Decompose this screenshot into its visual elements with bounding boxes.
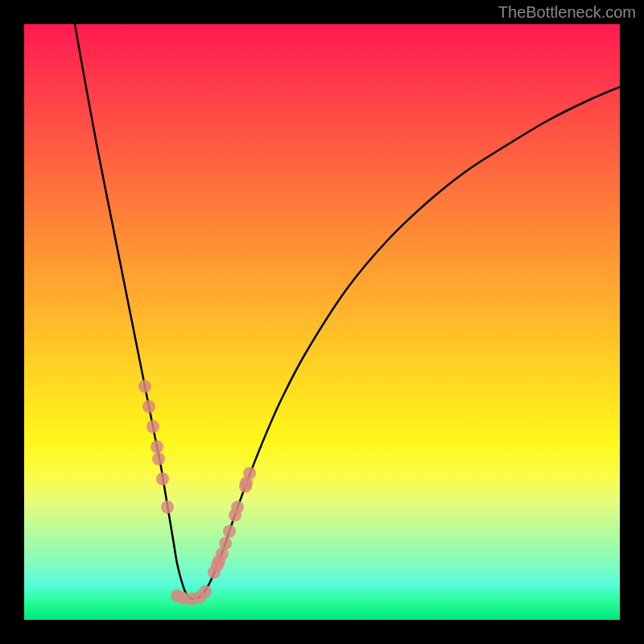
- bottleneck-curve: [75, 24, 620, 599]
- marker-point: [142, 400, 155, 413]
- marker-point: [151, 440, 163, 453]
- marker-point: [213, 555, 225, 568]
- marker-point: [208, 566, 221, 579]
- marker-point: [243, 467, 256, 480]
- bottleneck-curve-svg: [24, 24, 620, 620]
- marker-point: [161, 501, 174, 514]
- watermark-text: TheBottleneck.com: [498, 3, 636, 22]
- curve-markers: [138, 380, 256, 605]
- marker-point: [199, 585, 212, 598]
- marker-point: [138, 380, 151, 393]
- marker-point: [152, 452, 165, 465]
- marker-point: [147, 420, 159, 433]
- marker-point: [223, 525, 236, 538]
- marker-point: [156, 473, 169, 485]
- marker-point: [219, 537, 232, 550]
- marker-point: [231, 501, 244, 514]
- chart-container: TheBottleneck.com: [0, 0, 644, 644]
- plot-area: [24, 24, 620, 620]
